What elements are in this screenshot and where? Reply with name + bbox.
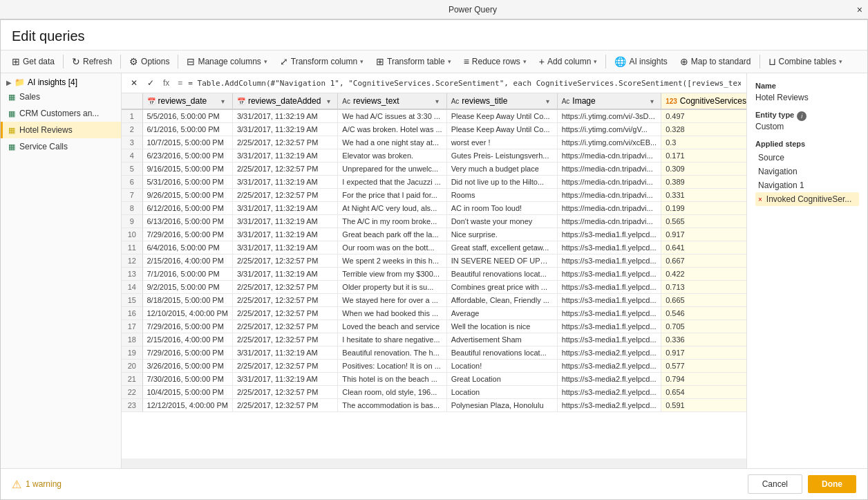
reduce-rows-icon: ≡: [464, 56, 469, 67]
table-cell: 8/18/2015, 5:00:00 PM: [142, 294, 232, 307]
table-cell: 6/1/2016, 5:00:00 PM: [142, 123, 232, 136]
add-column-button[interactable]: + Add column ▾: [534, 53, 603, 70]
table-cell: 5/5/2016, 5:00:00 PM: [142, 109, 232, 123]
table-cell: 12/10/2015, 4:00:00 PM: [142, 307, 232, 320]
warning-icon: ⚠: [12, 478, 21, 491]
query-item-sales[interactable]: ▦ Sales: [1, 89, 121, 105]
table-cell: Combines great price with ...: [446, 281, 557, 294]
col-filter-button[interactable]: ▾: [323, 96, 333, 106]
close-button[interactable]: ×: [857, 4, 862, 15]
table-row[interactable]: 217/30/2016, 5:00:00 PM3/31/2017, 11:32:…: [122, 373, 746, 386]
table-row[interactable]: 46/23/2016, 5:00:00 PM3/31/2017, 11:32:1…: [122, 149, 746, 163]
table-row[interactable]: 197/29/2016, 5:00:00 PM3/31/2017, 11:32:…: [122, 346, 746, 360]
step-item[interactable]: Source: [755, 151, 859, 165]
row-number: 23: [122, 399, 142, 412]
step-item[interactable]: ×Invoked CognitiveSer...: [755, 192, 859, 206]
formula-cancel-button[interactable]: ✕: [127, 76, 141, 90]
table-row[interactable]: 2210/4/2015, 5:00:00 PM2/25/2017, 12:32:…: [122, 386, 746, 399]
table-cell: When we had booked this ...: [338, 307, 446, 320]
step-item[interactable]: Navigation 1: [755, 178, 859, 192]
toolbar-separator-2: [120, 55, 121, 68]
table-row[interactable]: 96/13/2016, 5:00:00 PM3/31/2017, 11:32:1…: [122, 215, 746, 228]
query-group-ai-insights[interactable]: ▶ 📁 AI insights [4]: [1, 73, 121, 89]
get-data-button[interactable]: ⊞ Get data: [6, 53, 60, 70]
table-cell: Average: [446, 307, 557, 320]
table-row[interactable]: 15/5/2016, 5:00:00 PM3/31/2017, 11:32:19…: [122, 109, 746, 123]
table-cell: Well the location is nice: [446, 320, 557, 333]
cancel-button[interactable]: Cancel: [748, 474, 802, 494]
col-filter-button[interactable]: ▾: [218, 96, 228, 106]
table-cell: 0.794: [661, 373, 746, 386]
col-type-date-icon: 📅: [147, 98, 155, 105]
options-button[interactable]: ⚙ Options: [124, 53, 175, 70]
table-row[interactable]: 149/2/2015, 5:00:00 PM2/25/2017, 12:32:5…: [122, 281, 746, 294]
table-cell: Beautiful renovation. The h...: [338, 346, 446, 360]
table-cell: 0.665: [661, 294, 746, 307]
row-number: 11: [122, 241, 142, 254]
table-row[interactable]: 59/16/2015, 5:00:00 PM2/25/2017, 12:32:5…: [122, 163, 746, 176]
table-cell: AC in room Too loud!: [446, 202, 557, 215]
table-cell: https://s3-media1.fl.yelpcd...: [557, 228, 661, 241]
table-row[interactable]: 310/7/2015, 5:00:00 PM2/25/2017, 12:32:5…: [122, 136, 746, 149]
col-header-reviews-text[interactable]: Ac reviews_text ▾: [338, 93, 446, 109]
transform-column-button[interactable]: ⤢ Transform column ▾: [274, 53, 369, 70]
entity-type-info-icon[interactable]: i: [797, 111, 806, 121]
table-icon: ▦: [8, 109, 15, 118]
table-row[interactable]: 65/31/2016, 5:00:00 PM3/31/2017, 11:32:1…: [122, 176, 746, 189]
applied-steps-title: Applied steps: [755, 140, 859, 148]
table-row[interactable]: 182/15/2016, 4:00:00 PM2/25/2017, 12:32:…: [122, 333, 746, 346]
table-row[interactable]: 79/26/2015, 5:00:00 PM2/25/2017, 12:32:5…: [122, 189, 746, 202]
queries-panel: ▶ 📁 AI insights [4] ▦ Sales ▦ CRM Custom…: [1, 73, 122, 468]
table-cell: We stayed here for over a ...: [338, 294, 446, 307]
step-delete-icon[interactable]: ×: [758, 196, 762, 203]
col-label-reviews-date-added: reviews_dateAdded: [248, 96, 321, 106]
col-header-reviews-title[interactable]: Ac reviews_title ▾: [446, 93, 557, 109]
horizontal-scrollbar[interactable]: [122, 459, 746, 468]
table-row[interactable]: 137/1/2016, 5:00:00 PM3/31/2017, 11:32:1…: [122, 268, 746, 281]
table-row[interactable]: 122/15/2016, 4:00:00 PM2/25/2017, 12:32:…: [122, 254, 746, 268]
table-row[interactable]: 203/26/2016, 5:00:00 PM2/25/2017, 12:32:…: [122, 360, 746, 373]
formula-input[interactable]: = Table.AddColumn(#"Navigation 1", "Cogn…: [188, 79, 741, 88]
col-filter-button[interactable]: ▾: [647, 96, 657, 106]
query-item-service-calls[interactable]: ▦ Service Calls: [1, 138, 121, 155]
table-cell: Great Location: [446, 373, 557, 386]
table-row[interactable]: 2312/12/2015, 4:00:00 PM2/25/2017, 12:32…: [122, 399, 746, 412]
done-button[interactable]: Done: [808, 475, 856, 493]
table-cell: We had a one night stay at...: [338, 136, 446, 149]
col-filter-button[interactable]: ▾: [433, 96, 442, 106]
refresh-button[interactable]: ↻ Refresh: [66, 53, 117, 70]
table-row[interactable]: 158/18/2015, 5:00:00 PM2/25/2017, 12:32:…: [122, 294, 746, 307]
table-row[interactable]: 177/29/2016, 5:00:00 PM2/25/2017, 12:32:…: [122, 320, 746, 333]
combine-tables-button[interactable]: ⊔ Combine tables ▾: [763, 53, 848, 70]
ai-insights-button[interactable]: 🌐 AI insights: [609, 53, 672, 70]
col-label-reviews-title: reviews_title: [462, 96, 507, 106]
col-header-image[interactable]: Ac Image ▾: [557, 93, 661, 109]
data-grid[interactable]: 📅 reviews_date ▾ 📅 reviews_dateAdded ▾: [122, 93, 746, 459]
query-item-hotel-reviews[interactable]: ▦ Hotel Reviews: [1, 122, 121, 138]
row-number: 13: [122, 268, 142, 281]
reduce-rows-button[interactable]: ≡ Reduce rows ▾: [458, 53, 532, 70]
step-item[interactable]: Navigation: [755, 165, 859, 178]
table-row[interactable]: 107/29/2016, 5:00:00 PM3/31/2017, 11:32:…: [122, 228, 746, 241]
col-header-cognitiveservices[interactable]: 123 CognitiveServices.... ▾: [661, 93, 746, 109]
query-item-crm[interactable]: ▦ CRM Customers an...: [1, 105, 121, 122]
col-header-reviews-date-added[interactable]: 📅 reviews_dateAdded ▾: [232, 93, 337, 109]
row-number: 5: [122, 163, 142, 176]
query-item-label: CRM Customers an...: [19, 109, 99, 118]
table-cell: 6/12/2016, 5:00:00 PM: [142, 202, 232, 215]
formula-accept-button[interactable]: ✓: [144, 76, 158, 90]
table-row[interactable]: 26/1/2016, 5:00:00 PM3/31/2017, 11:32:19…: [122, 123, 746, 136]
table-row[interactable]: 116/4/2016, 5:00:00 PM3/31/2017, 11:32:1…: [122, 241, 746, 254]
transform-table-button[interactable]: ⊞ Transform table ▾: [370, 53, 457, 70]
row-number: 14: [122, 281, 142, 294]
col-header-reviews-date[interactable]: 📅 reviews_date ▾: [142, 93, 232, 109]
manage-columns-icon: ⊟: [187, 56, 195, 67]
col-label-cognitiveservices: CognitiveServices....: [680, 96, 746, 106]
table-row[interactable]: 86/12/2016, 5:00:00 PM3/31/2017, 11:32:1…: [122, 202, 746, 215]
page-title: Edit queries: [12, 28, 85, 44]
col-filter-button[interactable]: ▾: [543, 96, 553, 106]
table-cell: Great beach park off the la...: [338, 228, 446, 241]
manage-columns-button[interactable]: ⊟ Manage columns ▾: [181, 53, 272, 70]
map-to-standard-button[interactable]: ⊕ Map to standard: [674, 53, 757, 70]
table-row[interactable]: 1612/10/2015, 4:00:00 PM2/25/2017, 12:32…: [122, 307, 746, 320]
